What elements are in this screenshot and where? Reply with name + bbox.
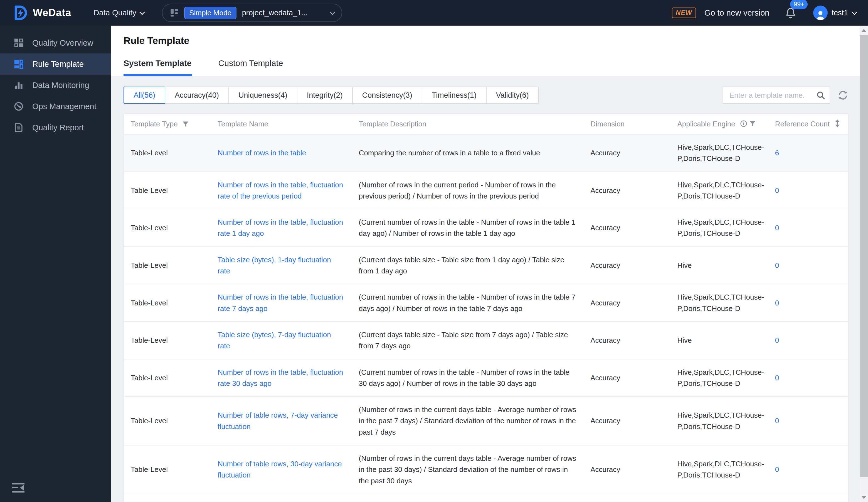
template-name-link[interactable]: Number of rows in the table [218, 149, 306, 157]
data-quality-menu-label: Data Quality [93, 8, 136, 17]
template-table: Template Type Template Name Template Des… [124, 114, 848, 502]
data-quality-menu[interactable]: Data Quality [93, 8, 144, 17]
sidebar-item-label: Ops Management [32, 102, 96, 111]
reference-count-link[interactable]: 6 [775, 149, 779, 157]
cell-template-description: Table size (bytes) compared to a fixed v… [352, 494, 584, 502]
table-row[interactable]: Table-Level Number of rows in the table … [124, 134, 848, 172]
cell-template-name: Number of table rows, 7-day variance flu… [211, 396, 352, 445]
page-scrollbar[interactable] [860, 26, 868, 502]
reference-count-link[interactable]: 0 [775, 416, 779, 425]
table-row[interactable]: Table-Level Number of rows in the table,… [124, 172, 848, 209]
cell-applicable-engine: Hive,Spark,DLC,TCHouse-P,Doris,TCHouse-D [671, 445, 768, 494]
table-row[interactable]: Table-Level Number of rows in the table,… [124, 209, 848, 247]
filter-funnel-icon[interactable] [183, 121, 189, 127]
cell-reference-count: 0 [768, 284, 848, 322]
dashboard-grid-icon [13, 38, 24, 48]
info-icon[interactable] [740, 120, 747, 127]
cell-template-description: (Current number of rows in the table - N… [352, 284, 584, 322]
sidebar-item-ops-management[interactable]: Ops Management [0, 96, 111, 117]
sort-icon[interactable] [835, 119, 840, 127]
reference-count-link[interactable]: 0 [775, 223, 779, 232]
search-button[interactable] [812, 87, 830, 103]
page-title: Rule Template [124, 35, 860, 46]
table-header-row: Template Type Template Name Template Des… [124, 114, 848, 134]
table-row[interactable]: Table-Level Table size (bytes) Table siz… [124, 494, 848, 502]
cell-dimension: Accuracy [584, 209, 671, 247]
tab-custom-template[interactable]: Custom Template [218, 59, 283, 76]
navbar-right: NEW Go to new version 99+ test1 [672, 6, 856, 20]
cell-dimension: Accuracy [584, 172, 671, 209]
refresh-button[interactable] [837, 90, 848, 101]
cell-template-description: (Number of rows in the current days tabl… [352, 445, 584, 494]
sidebar-item-rule-template[interactable]: Rule Template [0, 53, 111, 74]
cell-template-name: Table size (bytes), 1-day fluctuation ra… [211, 247, 352, 284]
cell-reference-count: 0 [768, 209, 848, 247]
sidebar-item-quality-overview[interactable]: Quality Overview [0, 32, 111, 53]
refresh-icon [837, 90, 848, 101]
template-tabs: System Template Custom Template [124, 59, 860, 76]
filter-validity[interactable]: Validity(6) [486, 87, 539, 104]
filter-all[interactable]: All(56) [124, 87, 165, 104]
table-row[interactable]: Table-Level Table size (bytes), 1-day fl… [124, 247, 848, 284]
reference-count-link[interactable]: 0 [775, 374, 779, 382]
template-name-link[interactable]: Number of table rows, 30-day variance fl… [218, 460, 342, 479]
column-dimension: Dimension [584, 114, 671, 134]
notifications-button[interactable]: 99+ [785, 7, 796, 19]
filter-uniqueness[interactable]: Uniqueness(4) [228, 87, 297, 104]
filter-accuracy[interactable]: Accuracy(40) [165, 87, 229, 104]
sidebar-collapse-button[interactable] [12, 482, 24, 493]
go-to-new-version-link[interactable]: Go to new version [704, 8, 769, 18]
cell-dimension: Accuracy [584, 284, 671, 322]
reference-count-link[interactable]: 0 [775, 465, 779, 474]
template-name-link[interactable]: Table size (bytes), 7-day fluctuation ra… [218, 331, 331, 350]
sidebar-item-data-monitoring[interactable]: Data Monitoring [0, 74, 111, 96]
reference-count-link[interactable]: 0 [775, 299, 779, 307]
cell-template-name: Number of rows in the table, fluctuation… [211, 209, 352, 247]
table-row[interactable]: Table-Level Number of rows in the table,… [124, 284, 848, 322]
sidebar-item-label: Rule Template [32, 60, 84, 69]
template-name-link[interactable]: Number of rows in the table, fluctuation… [218, 368, 343, 388]
chevron-down-icon [140, 9, 145, 15]
scrollbar-thumb[interactable] [860, 35, 868, 477]
table-row[interactable]: Table-Level Number of table rows, 7-day … [124, 396, 848, 445]
sidebar-item-label: Data Monitoring [32, 81, 89, 90]
scrollbar-up-button[interactable] [860, 26, 868, 35]
cell-template-type: Table-Level [124, 209, 211, 247]
cell-dimension: Accuracy [584, 247, 671, 284]
notification-count-badge: 99+ [790, 0, 808, 9]
wrench-icon [13, 101, 24, 112]
table-row[interactable]: Table-Level Number of table rows, 30-day… [124, 445, 848, 494]
scrollbar-down-button[interactable] [860, 493, 868, 502]
search-input[interactable] [723, 91, 812, 100]
cell-template-description: (Current days table size - Table size fr… [352, 247, 584, 284]
cell-template-name: Table size (bytes), 7-day fluctuation ra… [211, 322, 352, 359]
content-area: All(56) Accuracy(40) Uniqueness(4) Integ… [111, 76, 860, 502]
reference-count-link[interactable]: 0 [775, 336, 779, 344]
sidebar: Quality Overview Rule Template Data M [0, 26, 111, 502]
filter-funnel-icon[interactable] [750, 121, 756, 127]
table-row[interactable]: Table-Level Number of rows in the table,… [124, 359, 848, 397]
filter-integrity[interactable]: Integrity(2) [297, 87, 353, 104]
sidebar-item-quality-report[interactable]: Quality Report [0, 117, 111, 138]
template-name-link[interactable]: Number of rows in the table, fluctuation… [218, 218, 343, 238]
filter-timeliness[interactable]: Timeliness(1) [422, 87, 487, 104]
reference-count-link[interactable]: 0 [775, 186, 779, 194]
cell-template-description: (Number of rows in the current period - … [352, 172, 584, 209]
cell-template-description: (Current number of rows in the table - N… [352, 209, 584, 247]
project-selector[interactable]: Simple Mode project_wedata_1... [162, 3, 342, 22]
template-name-link[interactable]: Table size (bytes), 1-day fluctuation ra… [218, 255, 331, 275]
reference-count-link[interactable]: 0 [775, 261, 779, 270]
table-row[interactable]: Table-Level Table size (bytes), 7-day fl… [124, 322, 848, 359]
filter-consistency[interactable]: Consistency(3) [352, 87, 422, 104]
cell-template-description: (Current days table size - Table size fr… [352, 322, 584, 359]
template-name-link[interactable]: Number of table rows, 7-day variance flu… [218, 411, 338, 430]
cell-template-name: Number of rows in the table, fluctuation… [211, 284, 352, 322]
bar-chart-icon [13, 80, 24, 90]
column-label: Template Type [131, 120, 178, 128]
template-name-link[interactable]: Number of rows in the table, fluctuation… [218, 181, 343, 200]
user-menu[interactable]: test1 [813, 6, 856, 20]
tab-system-template[interactable]: System Template [124, 59, 192, 76]
template-name-link[interactable]: Number of rows in the table, fluctuation… [218, 293, 343, 312]
brand[interactable]: WeData [12, 5, 71, 21]
scroll-up-icon [861, 29, 866, 32]
